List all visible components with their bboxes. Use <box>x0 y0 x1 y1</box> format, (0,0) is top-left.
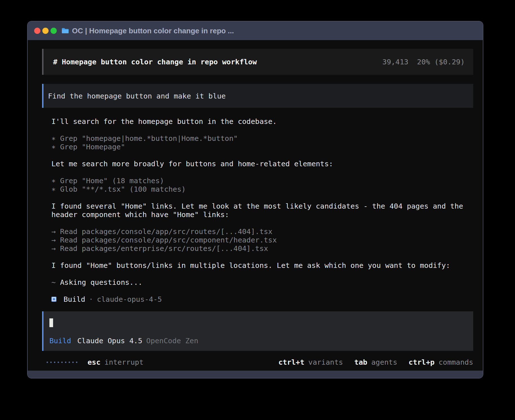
window-bottom-bar <box>28 371 483 378</box>
spinner-dots <box>47 362 77 363</box>
assistant-text: I'll search for the homepage button in t… <box>51 117 473 126</box>
user-message: Find the homepage button and make it blu… <box>42 84 473 108</box>
separator-dot: · <box>89 295 93 303</box>
zoom-button[interactable] <box>51 28 57 34</box>
assistant-text: I found several "Home" links. Let me loo… <box>51 202 473 219</box>
tool-call-line: ∗ Glob "**/*.tsx" (100 matches) <box>51 185 473 193</box>
agent-status-line: Build · claude-opus-4-5 <box>51 295 473 303</box>
input-agent-label[interactable]: Build <box>49 336 71 345</box>
assistant-output: I'll search for the homepage button in t… <box>51 117 473 303</box>
hint-variants[interactable]: ctrl+t variants <box>278 358 343 366</box>
session-header: # Homepage button color change in repo w… <box>42 49 473 75</box>
hint-commands[interactable]: ctrl+p commands <box>409 358 473 366</box>
agent-build-icon <box>51 297 56 302</box>
session-stats: 39,413 20% ($0.29) <box>382 58 465 66</box>
tilde-prefix: ~ <box>51 278 60 286</box>
esc-label: interrupt <box>104 358 143 366</box>
tool-call-line: → Read packages/enterprise/src/routes/[.… <box>51 244 473 253</box>
close-button[interactable] <box>34 28 40 34</box>
input-model-label[interactable]: Claude Opus 4.5 <box>77 336 142 345</box>
tool-calls-read: → Read packages/console/app/src/routes/[… <box>51 227 473 253</box>
tool-call-line: ∗ Grep "Homepage" <box>51 143 473 151</box>
prompt-input[interactable]: Build Claude Opus 4.5 OpenCode Zen <box>42 311 473 351</box>
terminal-content: # Homepage button color change in repo w… <box>28 40 483 371</box>
text-cursor <box>49 318 53 327</box>
asking-questions-status: ~ Asking questions... <box>51 278 473 286</box>
session-title: # Homepage button color change in repo w… <box>53 58 257 66</box>
status-bar: esc interrupt ctrl+t variants tab agents… <box>42 358 473 366</box>
minimize-button[interactable] <box>42 28 49 34</box>
tool-calls-grep: ∗ Grep "homepage|home.*button|Home.*butt… <box>51 134 473 151</box>
tool-call-line: → Read packages/console/app/src/routes/[… <box>51 227 473 236</box>
tool-calls-search: ∗ Grep "Home" (18 matches) ∗ Glob "**/*.… <box>51 176 473 193</box>
user-message-text: Find the homepage button and make it blu… <box>48 92 226 100</box>
window-titlebar[interactable]: OC | Homepage button color change in rep… <box>28 21 483 40</box>
terminal-window: OC | Homepage button color change in rep… <box>27 21 483 379</box>
tool-call-line: ∗ Grep "homepage|home.*button|Home.*butt… <box>51 134 473 143</box>
hint-agents[interactable]: tab agents <box>354 358 397 366</box>
tool-call-line: → Read packages/console/app/src/componen… <box>51 236 473 244</box>
traffic-lights <box>34 28 57 34</box>
input-meta-row: Build Claude Opus 4.5 OpenCode Zen <box>49 336 468 345</box>
input-provider-label: OpenCode Zen <box>146 336 198 345</box>
window-title: OC | Homepage button color change in rep… <box>72 27 234 35</box>
keyboard-hints: ctrl+t variants tab agents ctrl+p comman… <box>278 358 473 366</box>
assistant-text: Let me search more broadly for buttons a… <box>51 159 473 168</box>
folder-icon <box>62 28 69 34</box>
esc-hint[interactable]: esc interrupt <box>88 358 143 366</box>
esc-key: esc <box>88 358 101 366</box>
assistant-text: I found "Home" buttons/links in multiple… <box>51 261 473 270</box>
agent-name: Build <box>64 295 85 303</box>
agent-model: claude-opus-4-5 <box>97 295 162 303</box>
tool-call-line: ∗ Grep "Home" (18 matches) <box>51 176 473 185</box>
